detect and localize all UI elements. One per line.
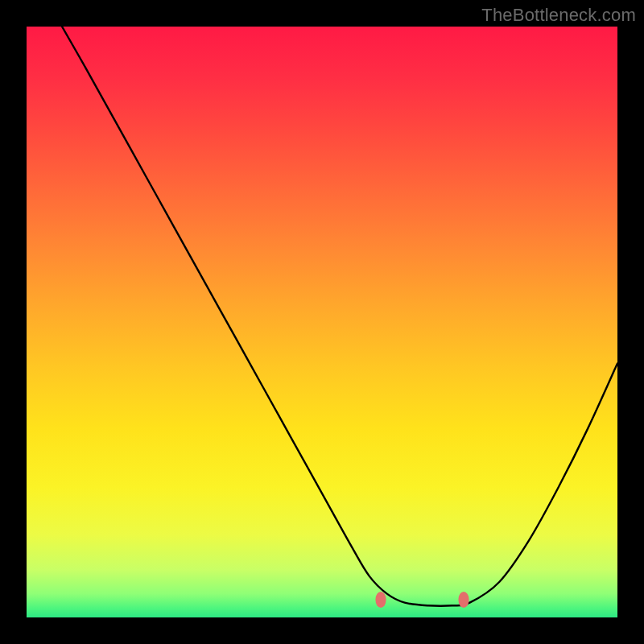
attribution-text: TheBottleneck.com bbox=[481, 5, 636, 26]
optimal-marker-left bbox=[376, 592, 386, 608]
chart-frame: TheBottleneck.com bbox=[0, 0, 644, 644]
plot-area bbox=[27, 27, 617, 617]
bottleneck-curve bbox=[27, 27, 617, 617]
optimal-marker-right bbox=[459, 592, 469, 608]
